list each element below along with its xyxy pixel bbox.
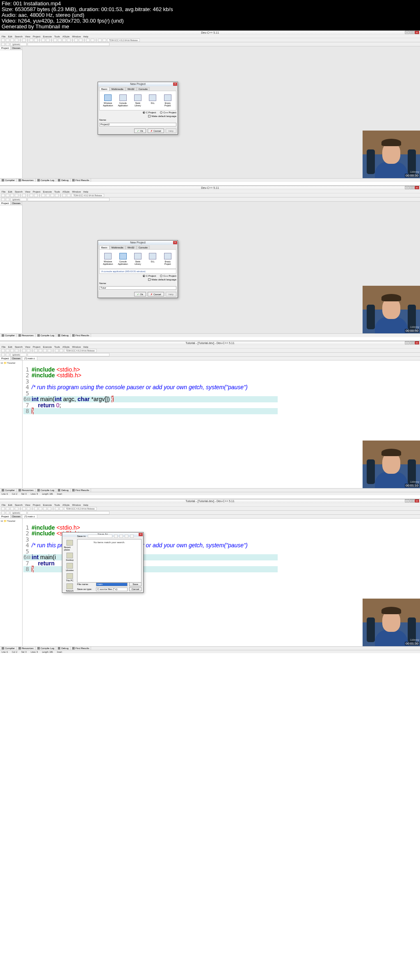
tb-new-icon[interactable] bbox=[1, 349, 5, 352]
menu-project[interactable]: Project bbox=[33, 346, 41, 348]
tb-replace-icon[interactable] bbox=[46, 39, 50, 42]
tb-save-icon[interactable] bbox=[10, 507, 14, 510]
tb-run-icon[interactable] bbox=[58, 39, 62, 42]
tb-x-icon[interactable] bbox=[59, 507, 63, 510]
proj-dll[interactable]: DLL bbox=[147, 253, 158, 265]
menu-execute[interactable]: Execute bbox=[43, 190, 52, 193]
sidetab-classes[interactable]: Classes bbox=[11, 357, 22, 360]
maximize-button[interactable]: □ bbox=[410, 499, 414, 503]
dialog-close-icon[interactable]: × bbox=[173, 241, 177, 244]
place-recent[interactable]: Recent places bbox=[64, 540, 75, 551]
place-network[interactable]: Network bbox=[66, 583, 73, 592]
tb-fwd-icon[interactable] bbox=[6, 43, 9, 46]
tb-x-icon[interactable] bbox=[59, 349, 63, 352]
dlgtab-console[interactable]: Console bbox=[137, 246, 150, 249]
menu-tools[interactable]: Tools bbox=[54, 190, 60, 193]
btab-compiler[interactable]: Compiler bbox=[0, 647, 17, 650]
menu-search[interactable]: Search bbox=[15, 504, 23, 506]
menu-astyle[interactable]: AStyle bbox=[62, 504, 69, 506]
sidetab-classes[interactable]: Classes bbox=[11, 515, 22, 518]
member-select[interactable] bbox=[27, 43, 110, 46]
code-editor[interactable]: [*] main.c 1#include <stdio.h> 2#include… bbox=[23, 515, 420, 646]
proj-static-lib[interactable]: Static Library bbox=[132, 253, 144, 265]
ok-button[interactable]: ✓Ok bbox=[134, 292, 146, 296]
project-tree[interactable]: ⊟ 📁 Tutorial bbox=[0, 519, 22, 523]
menu-execute[interactable]: Execute bbox=[43, 346, 52, 348]
tb-undo-icon[interactable] bbox=[22, 507, 26, 510]
menu-execute[interactable]: Execute bbox=[43, 504, 52, 506]
file-tab[interactable]: [*] main.c bbox=[23, 357, 37, 360]
btab-compilelog[interactable]: Compile Log bbox=[36, 334, 57, 337]
tb-saveall-icon[interactable] bbox=[15, 39, 18, 42]
sidetab-classes[interactable]: Classes bbox=[11, 202, 22, 205]
menu-project[interactable]: Project bbox=[33, 190, 41, 193]
tb-debug-icon[interactable] bbox=[62, 194, 66, 197]
tb-x-icon[interactable] bbox=[91, 39, 94, 42]
sidetab-project[interactable]: Project bbox=[0, 357, 11, 360]
radio-c-project[interactable]: C Project bbox=[143, 275, 156, 277]
menu-help[interactable]: Help bbox=[83, 190, 88, 193]
proj-console-app[interactable]: Console Application bbox=[117, 94, 128, 107]
dlgtab-basic[interactable]: Basic bbox=[99, 246, 110, 249]
tb-debug-icon[interactable] bbox=[55, 349, 59, 352]
btab-resources[interactable]: Resources bbox=[17, 647, 36, 650]
place-libraries[interactable]: Libraries bbox=[66, 563, 73, 571]
minimize-button[interactable]: – bbox=[405, 186, 409, 189]
menu-tools[interactable]: Tools bbox=[54, 35, 60, 38]
maximize-button[interactable]: □ bbox=[410, 341, 414, 344]
cancel-button[interactable]: ✗Cancel bbox=[148, 129, 164, 133]
tb-compilerun-icon[interactable] bbox=[43, 507, 47, 510]
member-select[interactable] bbox=[27, 198, 110, 201]
tb-compile-icon[interactable] bbox=[34, 349, 38, 352]
save-button[interactable]: Save bbox=[129, 582, 142, 586]
tb-saveall-icon[interactable] bbox=[15, 194, 18, 197]
tb-debug-icon[interactable] bbox=[74, 39, 78, 42]
tb-print-icon[interactable] bbox=[22, 194, 26, 197]
minimize-button[interactable]: – bbox=[405, 31, 409, 34]
help-button[interactable]: Help bbox=[166, 292, 176, 296]
radio-cpp-project[interactable]: C++ Project bbox=[160, 111, 176, 114]
btab-findresults[interactable]: Find Results bbox=[71, 179, 91, 182]
tb-undo-icon[interactable] bbox=[30, 39, 33, 42]
tb-new-icon[interactable] bbox=[1, 507, 5, 510]
proj-windows-app[interactable]: Windows Application bbox=[102, 94, 114, 107]
project-tree[interactable]: ⊟ 📁 Tutorial bbox=[0, 360, 22, 365]
tb-run-icon[interactable] bbox=[39, 349, 42, 352]
project-name-input[interactable]: Project2 bbox=[99, 123, 176, 126]
tb-compilerun-icon[interactable] bbox=[50, 194, 54, 197]
menu-view[interactable]: View bbox=[25, 35, 30, 38]
radio-c-project[interactable]: C Project bbox=[143, 111, 156, 114]
member-select[interactable] bbox=[27, 353, 110, 356]
menu-file[interactable]: File bbox=[2, 504, 6, 506]
tb-new-icon[interactable] bbox=[1, 194, 5, 197]
tb-redo-icon[interactable] bbox=[34, 39, 38, 42]
menu-view[interactable]: View bbox=[25, 504, 30, 506]
tb-back-icon[interactable] bbox=[1, 43, 5, 46]
filetype-select[interactable]: C source files (*.c) bbox=[96, 588, 128, 591]
scope-select[interactable]: (globals) bbox=[10, 511, 27, 514]
menu-search[interactable]: Search bbox=[15, 346, 23, 348]
btab-debug[interactable]: Debug bbox=[56, 647, 71, 650]
btab-debug[interactable]: Debug bbox=[56, 489, 71, 492]
menu-astyle[interactable]: AStyle bbox=[62, 35, 69, 38]
cancel-button[interactable]: Cancel bbox=[129, 587, 142, 591]
compiler-select[interactable]: TDM-GCC 4.9.2 64-bit Release bbox=[64, 507, 97, 510]
menu-file[interactable]: File bbox=[2, 346, 6, 348]
maximize-button[interactable]: □ bbox=[410, 31, 414, 34]
menu-search[interactable]: Search bbox=[15, 35, 23, 38]
tb-rebuild-icon[interactable] bbox=[55, 194, 59, 197]
tb-back-icon[interactable] bbox=[1, 353, 5, 356]
minimize-button[interactable]: – bbox=[405, 499, 409, 503]
newfolder-icon[interactable] bbox=[125, 535, 128, 538]
tb-run-icon[interactable] bbox=[39, 507, 42, 510]
tb-back-icon[interactable] bbox=[1, 511, 5, 514]
menu-window[interactable]: Window bbox=[72, 190, 81, 193]
filename-input[interactable]: main bbox=[96, 583, 128, 586]
tb-back-icon[interactable] bbox=[1, 198, 5, 201]
menu-search[interactable]: Search bbox=[15, 190, 23, 193]
minimize-button[interactable]: – bbox=[405, 341, 409, 344]
btab-findresults[interactable]: Find Results bbox=[71, 489, 91, 492]
tb-rebuild-icon[interactable] bbox=[48, 349, 51, 352]
maximize-button[interactable]: □ bbox=[410, 186, 414, 189]
place-desktop[interactable]: Desktop bbox=[66, 553, 73, 561]
